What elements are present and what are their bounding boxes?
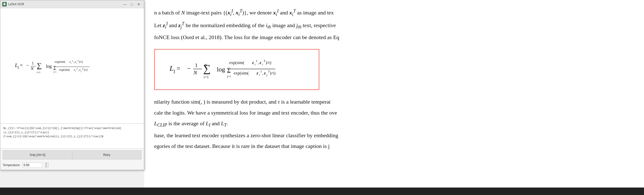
temperature-spinner: ▲ ▼ bbox=[44, 162, 48, 168]
doc-formula-svg: L I = − 1 N N ∑ i=1 log exp(sim( z i bbox=[164, 55, 309, 82]
title-bar: 📄 LaTeX OCR — □ ✕ bbox=[0, 0, 144, 8]
button-row: Snip [Alt+S] Retry bbox=[0, 148, 144, 161]
svg-text:)/τ): )/τ) bbox=[79, 60, 83, 64]
svg-text:i: i bbox=[71, 62, 72, 64]
bottom-bar bbox=[0, 187, 644, 195]
temperature-label: Temperature: bbox=[3, 163, 20, 167]
svg-text:z: z bbox=[79, 68, 80, 72]
svg-text:I: I bbox=[173, 69, 175, 74]
svg-text:1: 1 bbox=[195, 62, 198, 68]
doc-line-4: nilarity function sim(, ) is measured by… bbox=[154, 97, 634, 106]
document-panel: n a batch of N image-text pairs {(xiI, x… bbox=[144, 0, 644, 195]
spinner-up[interactable]: ▲ bbox=[44, 163, 48, 165]
svg-text:1: 1 bbox=[32, 61, 34, 65]
svg-text:,: , bbox=[258, 60, 259, 65]
highlighted-formula-container: L I = − 1 N N ∑ i=1 log exp(sim( z i bbox=[154, 45, 634, 94]
latex-output: $L_{I}=-\frac{1}{N}\sum_{i=1}^{N}|_{\mat… bbox=[0, 123, 144, 148]
latex-line2: {\sum_{j=1}^{N}\exp(\mathrm{sim}(z_{i}^{… bbox=[3, 135, 104, 138]
doc-line-8: egories of the test dataset. Because it … bbox=[154, 142, 634, 150]
svg-text:I: I bbox=[18, 66, 19, 70]
svg-text:j=1: j=1 bbox=[53, 71, 56, 73]
svg-text:N: N bbox=[30, 67, 34, 71]
svg-text:−: − bbox=[187, 65, 191, 72]
svg-text:∑: ∑ bbox=[203, 63, 210, 74]
svg-text:∑: ∑ bbox=[227, 67, 231, 73]
formula-svg: L I = − 1 N N ∑ i=1 log exp(sim( z i I ,… bbox=[10, 56, 134, 76]
svg-text:N: N bbox=[193, 70, 198, 76]
close-button[interactable]: ✕ bbox=[136, 2, 142, 7]
svg-text:L: L bbox=[169, 64, 174, 72]
svg-text:,: , bbox=[78, 68, 79, 72]
svg-text:z: z bbox=[69, 60, 70, 64]
svg-text:=: = bbox=[20, 63, 23, 68]
svg-text:z: z bbox=[264, 71, 266, 75]
svg-text:i: i bbox=[262, 63, 263, 66]
snip-button[interactable]: Snip [Alt+S] bbox=[3, 150, 72, 159]
retry-button[interactable]: Retry bbox=[72, 150, 142, 159]
temperature-row: Temperature: ▲ ▼ bbox=[0, 161, 144, 170]
svg-text:i=1: i=1 bbox=[37, 71, 40, 74]
svg-text:exp(sim(: exp(sim( bbox=[234, 71, 249, 75]
svg-text:j: j bbox=[266, 73, 268, 77]
svg-text:log: log bbox=[217, 66, 225, 73]
spinner-down[interactable]: ▼ bbox=[44, 165, 48, 168]
svg-text:z: z bbox=[259, 60, 261, 65]
doc-line-2: Let ziI and zjT be the normalized embedd… bbox=[154, 20, 634, 31]
doc-line-1: n a batch of N image-text pairs {(xiI, x… bbox=[154, 8, 634, 18]
window-controls: — □ ✕ bbox=[122, 2, 142, 7]
app-icon: 📄 bbox=[2, 2, 7, 7]
minimize-button[interactable]: — bbox=[122, 2, 128, 7]
temperature-input[interactable] bbox=[22, 162, 42, 168]
highlighted-formula: L I = − 1 N N ∑ i=1 log exp(sim( z i bbox=[154, 49, 319, 90]
svg-text:exp(sim(: exp(sim( bbox=[55, 60, 66, 64]
svg-text:j=1: j=1 bbox=[227, 75, 231, 78]
svg-text:)/τ): )/τ) bbox=[84, 68, 88, 72]
svg-text:=: = bbox=[176, 65, 180, 72]
svg-text:i: i bbox=[76, 62, 77, 64]
svg-text:z: z bbox=[256, 71, 258, 75]
svg-text:∑: ∑ bbox=[37, 62, 42, 69]
maximize-button[interactable]: □ bbox=[128, 2, 135, 7]
window-title: LaTeX OCR bbox=[8, 3, 122, 6]
svg-text:z: z bbox=[74, 68, 75, 72]
latex-line1: $L_{I}=-\frac{1}{N}\sum_{i=1}^{N}|_{\mat… bbox=[3, 127, 121, 134]
svg-text:z: z bbox=[74, 60, 76, 64]
svg-text:,: , bbox=[73, 60, 74, 64]
svg-text:I: I bbox=[76, 68, 78, 70]
svg-text:∑: ∑ bbox=[54, 65, 56, 70]
svg-text:)/τ): )/τ) bbox=[266, 60, 271, 65]
svg-text:z: z bbox=[252, 60, 254, 65]
svg-text:j: j bbox=[80, 70, 82, 72]
svg-text:−: − bbox=[26, 63, 29, 68]
svg-text:i=1: i=1 bbox=[204, 75, 208, 79]
svg-text:I: I bbox=[260, 70, 262, 73]
svg-text:exp(sim(: exp(sim( bbox=[229, 60, 244, 65]
svg-text:i: i bbox=[254, 63, 255, 66]
doc-line-5: cale the logits. We have a symmetrical l… bbox=[154, 108, 634, 117]
svg-text:log: log bbox=[46, 64, 52, 69]
svg-text:I: I bbox=[72, 60, 73, 62]
svg-text:exp(sim(: exp(sim( bbox=[59, 68, 70, 72]
svg-text:)/τ): )/τ) bbox=[270, 71, 276, 75]
svg-text:T: T bbox=[264, 59, 266, 63]
svg-text:i: i bbox=[75, 70, 76, 72]
ocr-window: 📄 LaTeX OCR — □ ✕ L I = − 1 N N ∑ bbox=[0, 0, 144, 170]
svg-text:I: I bbox=[256, 59, 257, 63]
doc-line-7: hase, the learned text encoder synthesiz… bbox=[154, 131, 634, 140]
formula-display: L I = − 1 N N ∑ i=1 log exp(sim( z i I ,… bbox=[0, 8, 144, 123]
doc-line-6: LCLIP is the average of LI and LT. bbox=[154, 119, 634, 129]
svg-text:i: i bbox=[259, 73, 260, 77]
doc-line-3: foNCE loss (Oord et al., 2018). The loss… bbox=[154, 33, 634, 42]
svg-text:,: , bbox=[262, 71, 263, 75]
